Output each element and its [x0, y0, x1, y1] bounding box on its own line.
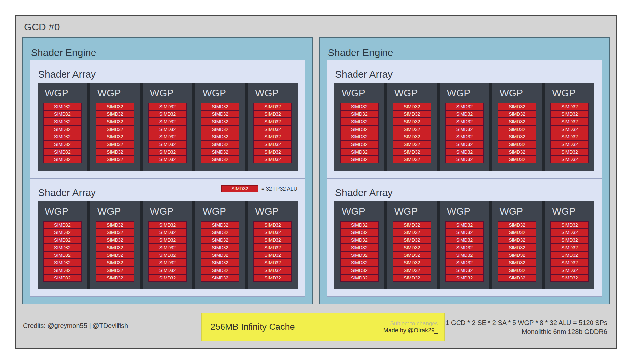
- simd32-bar: SIMD32: [44, 252, 81, 258]
- simd32-bar: SIMD32: [393, 252, 431, 258]
- simd32-bar: SIMD32: [96, 222, 134, 228]
- simd32-bar: SIMD32: [393, 111, 431, 117]
- simd32-bar: SIMD32: [446, 141, 483, 148]
- simd32-bar: SIMD32: [446, 156, 483, 163]
- simd32-bar: SIMD32: [44, 149, 81, 155]
- made-by-credit: Made by @Olrak29_: [383, 327, 438, 334]
- wgp-block: WGPSIMD32SIMD32SIMD32SIMD32SIMD32SIMD32S…: [195, 201, 245, 289]
- wgp-row: WGPSIMD32SIMD32SIMD32SIMD32SIMD32SIMD32S…: [334, 201, 594, 289]
- simd32-bar: SIMD32: [393, 267, 431, 274]
- simd32-bar: SIMD32: [551, 126, 588, 133]
- wgp-label: WGP: [97, 206, 140, 217]
- wgp-row: WGPSIMD32SIMD32SIMD32SIMD32SIMD32SIMD32S…: [334, 83, 594, 171]
- simd32-bar: SIMD32: [551, 156, 588, 163]
- simd32-bar: SIMD32: [44, 229, 81, 236]
- simd32-bar: SIMD32: [393, 222, 431, 228]
- simd32-bar: SIMD32: [149, 237, 186, 243]
- wgp-block: WGPSIMD32SIMD32SIMD32SIMD32SIMD32SIMD32S…: [545, 201, 594, 289]
- wgp-label: WGP: [150, 206, 193, 217]
- simd32-bar: SIMD32: [149, 244, 186, 251]
- simd-stack: SIMD32SIMD32SIMD32SIMD32SIMD32SIMD32SIMD…: [498, 221, 536, 282]
- simd32-bar: SIMD32: [44, 259, 81, 266]
- simd-stack: SIMD32SIMD32SIMD32SIMD32SIMD32SIMD32SIMD…: [43, 103, 82, 163]
- wgp-block: WGPSIMD32SIMD32SIMD32SIMD32SIMD32SIMD32S…: [195, 83, 245, 171]
- simd32-bar: SIMD32: [446, 133, 483, 140]
- simd32-bar: SIMD32: [393, 259, 431, 266]
- simd32-bar: SIMD32: [254, 267, 291, 274]
- simd32-bar: SIMD32: [393, 126, 431, 133]
- simd32-bar: SIMD32: [341, 126, 378, 133]
- simd32-bar: SIMD32: [254, 275, 291, 281]
- simd32-bar: SIMD32: [96, 103, 134, 110]
- simd32-bar: SIMD32: [254, 111, 291, 117]
- simd32-bar: SIMD32: [393, 244, 431, 251]
- simd32-bar: SIMD32: [498, 103, 536, 110]
- simd32-bar: SIMD32: [149, 275, 186, 281]
- simd32-bar: SIMD32: [341, 141, 378, 148]
- cache-notes: Subject to changes Made by @Olrak29_: [383, 320, 438, 334]
- simd32-bar: SIMD32: [393, 118, 431, 125]
- simd32-bar: SIMD32: [201, 118, 239, 125]
- simd32-bar: SIMD32: [149, 103, 186, 110]
- simd32-bar: SIMD32: [96, 111, 134, 117]
- simd32-bar: SIMD32: [498, 111, 536, 117]
- simd32-bar: SIMD32: [44, 141, 81, 148]
- simd32-bar: SIMD32: [498, 118, 536, 125]
- simd32-bar: SIMD32: [44, 126, 81, 133]
- wgp-block: WGPSIMD32SIMD32SIMD32SIMD32SIMD32SIMD32S…: [248, 83, 298, 171]
- wgp-row: WGPSIMD32SIMD32SIMD32SIMD32SIMD32SIMD32S…: [38, 201, 298, 289]
- simd32-bar: SIMD32: [341, 259, 378, 266]
- wgp-label: WGP: [255, 206, 298, 217]
- simd32-bar: SIMD32: [149, 141, 186, 148]
- simd32-bar: SIMD32: [149, 222, 186, 228]
- simd32-bar: SIMD32: [201, 259, 239, 266]
- shader-engine: Shader EngineShader ArrayWGPSIMD32SIMD32…: [319, 37, 610, 304]
- simd32-bar: SIMD32: [393, 275, 431, 281]
- simd32-bar: SIMD32: [201, 252, 239, 258]
- simd32-bar: SIMD32: [96, 133, 134, 140]
- wgp-block: WGPSIMD32SIMD32SIMD32SIMD32SIMD32SIMD32S…: [38, 201, 87, 289]
- shader-engine-label: Shader Engine: [328, 47, 602, 58]
- simd-stack: SIMD32SIMD32SIMD32SIMD32SIMD32SIMD32SIMD…: [148, 103, 187, 163]
- simd-stack: SIMD32SIMD32SIMD32SIMD32SIMD32SIMD32SIMD…: [550, 103, 589, 163]
- simd-legend: SIMD32= 32 FP32 ALU: [221, 185, 297, 192]
- simd32-bar: SIMD32: [341, 118, 378, 125]
- simd32-bar: SIMD32: [498, 237, 536, 243]
- gcd-die: GCD #0 Shader EngineShader ArrayWGPSIMD3…: [15, 15, 617, 349]
- simd32-bar: SIMD32: [96, 275, 134, 281]
- simd-stack: SIMD32SIMD32SIMD32SIMD32SIMD32SIMD32SIMD…: [253, 221, 292, 282]
- subject-to-changes-note: Subject to changes: [383, 320, 438, 327]
- simd-stack: SIMD32SIMD32SIMD32SIMD32SIMD32SIMD32SIMD…: [340, 221, 379, 282]
- wgp-row: WGPSIMD32SIMD32SIMD32SIMD32SIMD32SIMD32S…: [38, 83, 298, 171]
- simd32-bar: SIMD32: [551, 237, 588, 243]
- simd32-bar: SIMD32: [341, 237, 378, 243]
- simd32-bar: SIMD32: [393, 237, 431, 243]
- simd32-bar: SIMD32: [551, 229, 588, 236]
- wgp-block: WGPSIMD32SIMD32SIMD32SIMD32SIMD32SIMD32S…: [248, 201, 298, 289]
- simd32-bar: SIMD32: [498, 259, 536, 266]
- simd32-bar: SIMD32: [201, 141, 239, 148]
- simd32-bar: SIMD32: [551, 149, 588, 155]
- simd-stack: SIMD32SIMD32SIMD32SIMD32SIMD32SIMD32SIMD…: [201, 221, 239, 282]
- simd32-bar: SIMD32: [44, 118, 81, 125]
- simd32-bar: SIMD32: [393, 149, 431, 155]
- simd32-bar: SIMD32: [446, 259, 483, 266]
- simd32-bar: SIMD32: [446, 103, 483, 110]
- wgp-block: WGPSIMD32SIMD32SIMD32SIMD32SIMD32SIMD32S…: [440, 201, 489, 289]
- simd32-bar: SIMD32: [149, 259, 186, 266]
- simd32-bar: SIMD32: [201, 103, 239, 110]
- gcd-title: GCD #0: [24, 21, 60, 33]
- shader-arrays: Shader ArrayWGPSIMD32SIMD32SIMD32SIMD32S…: [30, 60, 305, 297]
- simd32-bar: SIMD32: [149, 118, 186, 125]
- simd32-bar: SIMD32: [446, 275, 483, 281]
- simd32-bar: SIMD32: [201, 237, 239, 243]
- simd32-bar: SIMD32: [393, 103, 431, 110]
- wgp-block: WGPSIMD32SIMD32SIMD32SIMD32SIMD32SIMD32S…: [143, 83, 193, 171]
- simd32-bar: SIMD32: [341, 267, 378, 274]
- wgp-block: WGPSIMD32SIMD32SIMD32SIMD32SIMD32SIMD32S…: [90, 201, 140, 289]
- legend-equals-text: = 32 FP32 ALU: [261, 186, 297, 192]
- simd32-bar: SIMD32: [201, 222, 239, 228]
- simd32-bar: SIMD32: [551, 252, 588, 258]
- simd32-bar: SIMD32: [341, 149, 378, 155]
- simd32-bar: SIMD32: [201, 133, 239, 140]
